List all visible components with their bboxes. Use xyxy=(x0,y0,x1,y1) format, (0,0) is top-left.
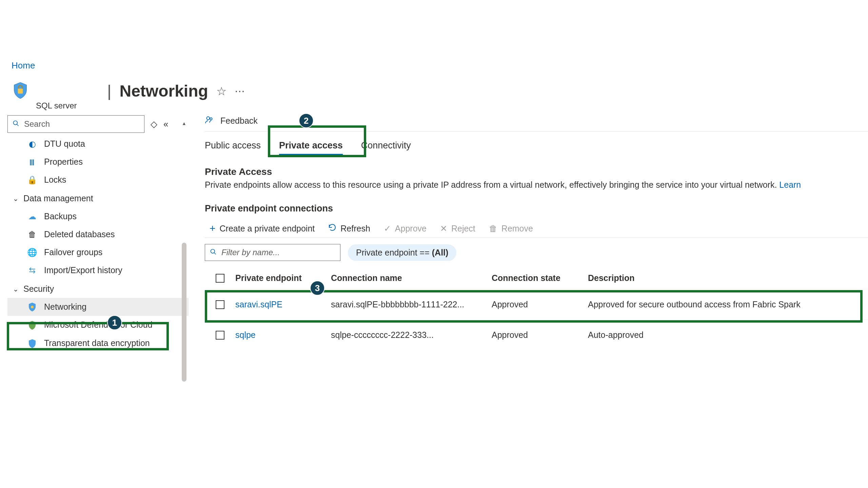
check-icon: ✓ xyxy=(384,224,391,233)
sidebar-item-label: Locks xyxy=(44,175,66,185)
chevron-down-icon: ⌄ xyxy=(13,195,19,203)
sidebar: ◇ « ◐ DTU quota ⫼ Properties 🔒 Locks ⌄ D… xyxy=(0,110,189,352)
section-subtitle: Private endpoint connections xyxy=(205,203,868,214)
callout-badge-3: 3 xyxy=(310,281,325,296)
endpoints-table: Private endpoint Connection name Connect… xyxy=(205,273,868,350)
chevron-down-icon: ⌄ xyxy=(13,285,19,293)
private-endpoint-link[interactable]: sqlpe xyxy=(235,330,256,340)
col-header-description[interactable]: Description xyxy=(588,273,868,283)
section-title: Private Access xyxy=(205,166,868,177)
sidebar-item-label: Import/Export history xyxy=(44,265,122,275)
table-header-row: Private endpoint Connection name Connect… xyxy=(205,273,868,289)
sidebar-item-label: Backups xyxy=(44,211,77,221)
gauge-icon: ◐ xyxy=(27,139,37,149)
callout-box-2 xyxy=(268,125,366,157)
sidebar-section-data-management[interactable]: ⌄ Data management xyxy=(7,189,189,207)
filter-row: Private endpoint == (All) xyxy=(205,238,868,263)
sidebar-item-import-export[interactable]: ⇆ Import/Export history xyxy=(7,261,189,279)
sort-icon[interactable]: ◇ xyxy=(151,119,157,129)
sidebar-scrollbar[interactable]: ▲ xyxy=(182,121,186,402)
sidebar-search-input[interactable] xyxy=(7,115,144,133)
breadcrumb-home-link[interactable]: Home xyxy=(12,60,35,70)
callout-box-1 xyxy=(7,322,169,350)
actions-toolbar: + Create a private endpoint Refresh ✓ Ap… xyxy=(205,214,868,238)
cell-description: Auto-approved xyxy=(588,330,868,340)
svg-point-1 xyxy=(14,121,18,125)
col-header-connection-name[interactable]: Connection name xyxy=(331,273,492,283)
close-icon: ✕ xyxy=(440,224,447,233)
sidebar-item-deleted-databases[interactable]: 🗑 Deleted databases xyxy=(7,225,189,243)
main-content: Feedback Public access Private access Co… xyxy=(189,110,868,350)
favorite-star-icon[interactable]: ☆ xyxy=(216,84,226,98)
svg-point-6 xyxy=(211,249,215,253)
sql-server-icon xyxy=(12,82,29,99)
callout-badge-1: 1 xyxy=(107,315,122,330)
scrollbar-thumb[interactable] xyxy=(182,243,186,382)
feedback-button[interactable]: Feedback xyxy=(220,116,258,126)
scroll-up-arrow-icon[interactable]: ▲ xyxy=(182,121,186,126)
reject-button[interactable]: ✕ Reject xyxy=(440,224,475,233)
cell-connection-name: sqlpe-cccccccc-2222-333... xyxy=(331,330,492,340)
create-private-endpoint-button[interactable]: + Create a private endpoint xyxy=(210,223,315,234)
select-all-checkbox[interactable] xyxy=(216,274,224,283)
sidebar-item-failover-groups[interactable]: 🌐 Failover groups xyxy=(7,243,189,261)
sidebar-section-label: Security xyxy=(23,284,54,294)
feedback-icon xyxy=(205,115,214,126)
title-separator: | xyxy=(107,82,111,100)
trash-icon: 🗑 xyxy=(27,230,37,239)
refresh-icon xyxy=(328,223,336,233)
refresh-button[interactable]: Refresh xyxy=(328,223,370,233)
section-description: Private endpoints allow access to this r… xyxy=(205,180,868,190)
col-header-connection-state[interactable]: Connection state xyxy=(492,273,588,283)
properties-icon: ⫼ xyxy=(27,157,37,167)
svg-rect-0 xyxy=(18,89,23,94)
filter-by-name-input[interactable] xyxy=(205,244,340,261)
cell-connection-state: Approved xyxy=(492,330,588,340)
more-actions-icon[interactable]: ⋯ xyxy=(235,85,245,97)
sidebar-item-networking[interactable]: Networking xyxy=(7,298,189,316)
sidebar-item-label: Networking xyxy=(44,302,86,312)
sidebar-item-dtu-quota[interactable]: ◐ DTU quota xyxy=(7,135,189,153)
table-row[interactable]: sqlpe sqlpe-cccccccc-2222-333... Approve… xyxy=(205,320,868,350)
trash-icon: 🗑 xyxy=(489,224,497,233)
learn-more-link[interactable]: Learn xyxy=(779,180,801,189)
callout-badge-2: 2 xyxy=(299,113,314,128)
approve-button[interactable]: ✓ Approve xyxy=(384,224,427,233)
page-title: Networking xyxy=(119,82,208,100)
collapse-sidebar-icon[interactable]: « xyxy=(163,119,168,129)
page-header: | Networking ☆ ⋯ SQL server xyxy=(0,71,868,110)
svg-line-2 xyxy=(17,124,19,126)
sidebar-item-label: Deleted databases xyxy=(44,229,115,239)
sidebar-section-label: Data management xyxy=(23,194,93,203)
remove-button[interactable]: 🗑 Remove xyxy=(489,224,533,233)
sidebar-item-label: Failover groups xyxy=(44,247,102,257)
filter-pill-private-endpoint[interactable]: Private endpoint == (All) xyxy=(348,244,456,261)
plus-icon: + xyxy=(210,223,216,234)
row-checkbox[interactable] xyxy=(216,331,224,340)
svg-point-3 xyxy=(31,306,34,308)
svg-point-5 xyxy=(210,118,212,120)
sidebar-item-backups[interactable]: ☁ Backups xyxy=(7,207,189,225)
tab-connectivity[interactable]: Connectivity xyxy=(361,140,411,155)
svg-line-7 xyxy=(214,253,216,255)
shield-icon xyxy=(27,302,37,312)
sidebar-section-security[interactable]: ⌄ Security xyxy=(7,279,189,298)
sidebar-item-label: DTU quota xyxy=(44,139,85,149)
sidebar-item-properties[interactable]: ⫼ Properties xyxy=(7,153,189,171)
resource-type-subtitle: SQL server xyxy=(36,101,245,110)
tab-public-access[interactable]: Public access xyxy=(205,140,261,155)
tabs: Public access Private access Connectivit… xyxy=(205,131,868,155)
transfer-icon: ⇆ xyxy=(27,266,37,275)
lock-icon: 🔒 xyxy=(27,175,37,185)
sidebar-item-label: Properties xyxy=(44,157,83,167)
globe-icon: 🌐 xyxy=(27,248,37,257)
cloud-icon: ☁ xyxy=(27,212,37,221)
callout-box-3 xyxy=(205,290,863,323)
search-icon xyxy=(210,248,217,257)
sidebar-item-locks[interactable]: 🔒 Locks xyxy=(7,171,189,189)
sidebar-nav: ◐ DTU quota ⫼ Properties 🔒 Locks ⌄ Data … xyxy=(7,135,189,352)
svg-point-4 xyxy=(206,117,210,120)
breadcrumb: Home xyxy=(0,0,868,71)
search-icon xyxy=(13,119,19,129)
